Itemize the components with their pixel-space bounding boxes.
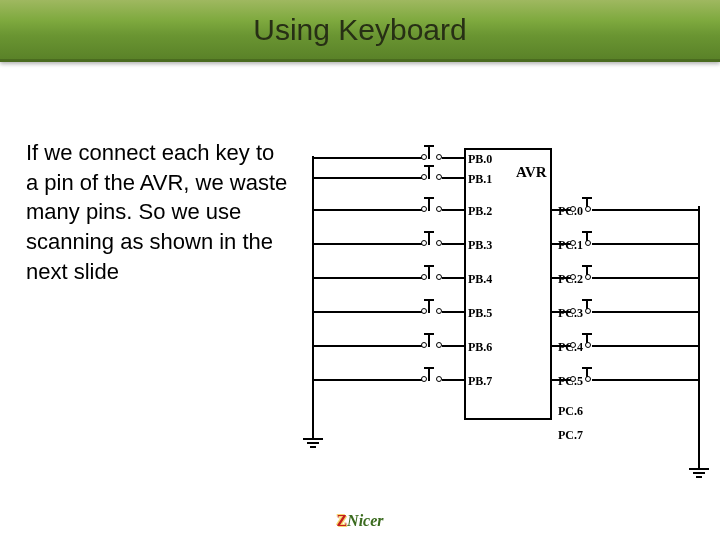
key-switch-pb2 (312, 200, 460, 218)
key-switch-pb1 (312, 168, 460, 186)
key-switch-pc3 (552, 302, 700, 320)
key-switch-pc1 (552, 234, 700, 252)
body-paragraph: If we connect each key to a pin of the A… (26, 138, 290, 286)
pin-label-pb2: PB.2 (468, 204, 492, 219)
key-switch-pb0 (312, 148, 460, 166)
ground-symbol-left (301, 432, 325, 450)
pin-label-pb7: PB.7 (468, 374, 492, 389)
key-switch-pb5 (312, 302, 460, 320)
ground-symbol-right (687, 462, 711, 480)
pin-label-pb3: PB.3 (468, 238, 492, 253)
pin-label-pb5: PB.5 (468, 306, 492, 321)
slide-header: Using Keyboard (0, 0, 720, 62)
key-switch-pb7 (312, 370, 460, 388)
key-switch-pb6 (312, 336, 460, 354)
key-switch-pc0 (552, 200, 700, 218)
slide-title: Using Keyboard (253, 13, 466, 47)
pin-label-pc7: PC.7 (558, 428, 583, 443)
body-text-column: If we connect each key to a pin of the A… (0, 120, 300, 500)
pin-label-pb0: PB.0 (468, 152, 492, 167)
ground-bus-left (312, 156, 314, 434)
pin-label-pb4: PB.4 (468, 272, 492, 287)
key-switch-pb3 (312, 234, 460, 252)
avr-label: AVR (516, 164, 547, 181)
key-switch-pc5 (552, 370, 700, 388)
pin-label-pb6: PB.6 (468, 340, 492, 355)
key-switch-pc4 (552, 336, 700, 354)
key-switch-pb4 (312, 268, 460, 286)
footer-logo: ZNicer (336, 512, 383, 530)
logo-z: Z (336, 512, 347, 529)
logo-text: Nicer (347, 512, 383, 529)
pin-label-pb1: PB.1 (468, 172, 492, 187)
key-switch-pc2 (552, 268, 700, 286)
pin-label-pc6: PC.6 (558, 404, 583, 419)
keyboard-diagram: AVR PB.0 PB.1 PB.2 PB.3 PB.4 PB.5 PB.6 P… (312, 148, 702, 468)
